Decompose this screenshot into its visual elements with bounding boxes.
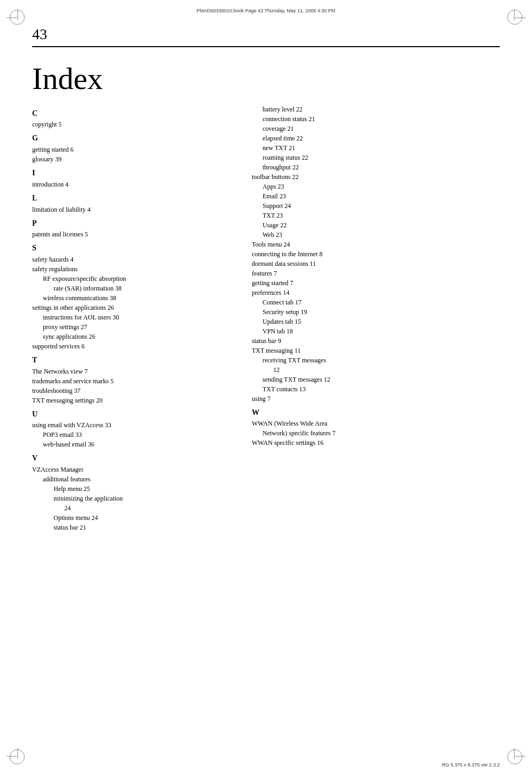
two-column-layout: Ccopyright 5Ggetting started 6glossary 3…: [32, 105, 500, 532]
section-letter: L: [32, 192, 236, 204]
index-entry: status bar 9: [252, 336, 500, 346]
bottom-footer: RG 5.375 x 8.375 ver 2.3.2: [442, 762, 500, 768]
index-subsub-entry: Options menu 24: [32, 513, 236, 523]
index-sub-entry: proxy settings 27: [32, 322, 236, 332]
index-entry: supported services 6: [32, 341, 236, 351]
index-entry: using 7: [252, 394, 500, 404]
corner-mark-bl: [10, 748, 26, 764]
index-sub-entry: roaming status 22: [252, 153, 500, 162]
index-sub-entry: connection status 21: [252, 114, 500, 124]
right-column: battery level 22connection status 21cove…: [252, 105, 500, 532]
index-sub-entry: Support 24: [252, 201, 500, 211]
section-letter: V: [32, 452, 236, 464]
index-entry: introduction 4: [32, 180, 236, 189]
index-entry: patents and licenses 5: [32, 229, 236, 239]
index-entry: features 7: [252, 269, 500, 278]
index-sub-entry: wireless communications 38: [32, 293, 236, 303]
index-sub-entry: VPN tab 18: [252, 326, 500, 336]
section-letter: U: [32, 408, 236, 420]
index-entry: WWAN (Wireless Wide Area: [252, 419, 500, 428]
page-number-area: 43: [32, 26, 500, 47]
index-subsub-entry: Help menu 25: [32, 484, 236, 494]
index-sub-entry: throughput 22: [252, 162, 500, 172]
index-entry: safety hazards 4: [32, 255, 236, 264]
index-sub-entry: RF exposure/specific absorption: [32, 274, 236, 284]
index-sub-entry: sync applications 26: [32, 332, 236, 341]
page-divider: [32, 46, 500, 47]
left-column: Ccopyright 5Ggetting started 6glossary 3…: [32, 105, 236, 532]
index-sub-entry: Updates tab 15: [252, 317, 500, 326]
index-subsub-entry: minimizing the application: [32, 494, 236, 503]
index-entry: TXT messaging settings 20: [32, 396, 236, 405]
index-entry: settings in other applications 26: [32, 303, 236, 312]
index-sub-entry: POP3 email 33: [32, 430, 236, 440]
section-letter: I: [32, 167, 236, 179]
index-entry: troubleshooting 37: [32, 386, 236, 396]
index-entry: trademarks and service marks 5: [32, 376, 236, 386]
index-sub-entry: TXT contacts 13: [252, 384, 500, 394]
index-sub-entry: sending TXT messages 12: [252, 375, 500, 384]
index-entry: WWAN specific settings 16: [252, 438, 500, 448]
index-entry: The Networks view 7: [32, 367, 236, 376]
index-sub-entry: Email 23: [252, 191, 500, 201]
index-sub-entry: Security setup 19: [252, 307, 500, 317]
index-entry: limitation of liability 4: [32, 205, 236, 214]
corner-mark-tr: [506, 10, 522, 26]
index-entry: glossary 39: [32, 154, 236, 164]
index-sub-entry: receiving TXT messages: [252, 355, 500, 365]
index-entry: dormant data sessions 11: [252, 259, 500, 269]
index-subsub-entry: status bar 21: [32, 523, 236, 532]
index-subsub-entry: rate (SAR) information 38: [32, 284, 236, 293]
index-entry: copyright 5: [32, 120, 236, 129]
content-area: Index Ccopyright 5Ggetting started 6glos…: [32, 62, 500, 742]
index-sub-entry: new TXT 21: [252, 143, 500, 153]
index-subsubsub-entry: 24: [32, 503, 236, 513]
index-entry: Tools menu 24: [252, 240, 500, 249]
index-sub-entry: elapsed time 22: [252, 133, 500, 143]
index-subsub-entry: 12: [252, 365, 500, 375]
index-sub-entry: TXT 23: [252, 211, 500, 220]
index-sub-entry: Apps 23: [252, 182, 500, 191]
index-sub-entry: additional features: [32, 474, 236, 484]
corner-mark-tl: [10, 10, 26, 26]
index-sub-entry: Usage 22: [252, 220, 500, 230]
index-sub-entry: Connect tab 17: [252, 297, 500, 307]
corner-mark-br: [506, 748, 522, 764]
index-entry: using email with VZAccess 33: [32, 420, 236, 430]
footer-text: RG 5.375 x 8.375 ver 2.3.2: [442, 762, 500, 768]
index-entry: toolbar buttons 22: [252, 172, 500, 182]
top-header-text: PMAD00336010.book Page 43 Thursday, May …: [197, 8, 335, 13]
page-number: 43: [32, 26, 500, 43]
section-letter: P: [32, 218, 236, 229]
index-sub-entry: web-based email 36: [32, 440, 236, 449]
top-header: PMAD00336010.book Page 43 Thursday, May …: [0, 0, 532, 21]
page-container: PMAD00336010.book Page 43 Thursday, May …: [0, 0, 532, 774]
section-letter: W: [252, 407, 500, 419]
index-entry: preferences 14: [252, 288, 500, 297]
index-entry: TXT messaging 11: [252, 346, 500, 355]
index-entry: getting started 7: [252, 278, 500, 288]
index-entry: safety regulations: [32, 264, 236, 274]
index-sub-entry: coverage 21: [252, 124, 500, 133]
index-sub-entry: instructions for AOL users 30: [32, 312, 236, 322]
section-letter: G: [32, 132, 236, 144]
index-entry: getting started 6: [32, 145, 236, 154]
index-sub-entry: battery level 22: [252, 105, 500, 114]
index-sub-entry: Web 23: [252, 230, 500, 240]
index-heading: Index: [32, 62, 500, 96]
index-sub-entry: Network) specific features 7: [252, 428, 500, 438]
section-letter: S: [32, 242, 236, 254]
section-letter: T: [32, 354, 236, 366]
section-letter: C: [32, 108, 236, 120]
index-entry: VZAccess Manager: [32, 465, 236, 474]
index-entry: connecting to the Internet 8: [252, 249, 500, 259]
